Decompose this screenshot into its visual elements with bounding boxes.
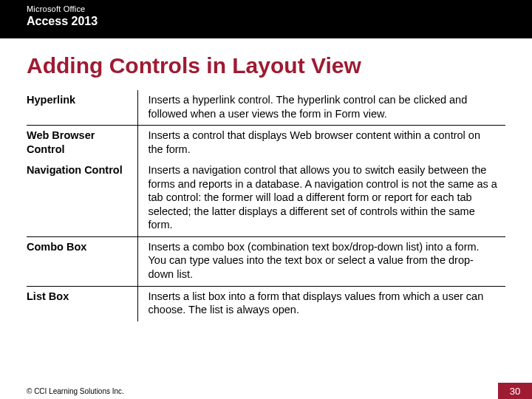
term-cell: Navigation Control — [27, 160, 137, 236]
desc-cell: Inserts a combo box (combination text bo… — [137, 236, 505, 286]
term-cell: Combo Box — [27, 236, 137, 286]
table-row: Navigation Control Inserts a navigation … — [27, 160, 505, 236]
table-row: List Box Inserts a list box into a form … — [27, 286, 505, 321]
table-row: Web Browser Control Inserts a control th… — [27, 126, 505, 161]
table-row: Combo Box Inserts a combo box (combinati… — [27, 236, 505, 286]
term-cell: Web Browser Control — [27, 126, 137, 161]
term-cell: List Box — [27, 286, 137, 321]
brand-bottom: Access 2013 — [27, 15, 532, 28]
term-cell: Hyperlink — [27, 90, 137, 126]
desc-cell: Inserts a hyperlink control. The hyperli… — [137, 90, 505, 126]
footer-copyright: © CCI Learning Solutions Inc. — [0, 387, 498, 395]
header-band: Microsoft Office Access 2013 — [0, 0, 532, 38]
content: Adding Controls in Layout View Hyperlink… — [0, 38, 532, 321]
footer: © CCI Learning Solutions Inc. 30 — [0, 383, 532, 399]
controls-table: Hyperlink Inserts a hyperlink control. T… — [27, 90, 505, 321]
page-number: 30 — [498, 383, 532, 399]
page-title: Adding Controls in Layout View — [27, 53, 505, 78]
brand-top: Microsoft Office — [27, 4, 532, 13]
desc-cell: Inserts a list box into a form that disp… — [137, 286, 505, 321]
desc-cell: Inserts a navigation control that allows… — [137, 160, 505, 236]
table-row: Hyperlink Inserts a hyperlink control. T… — [27, 90, 505, 126]
desc-cell: Inserts a control that displays Web brow… — [137, 126, 505, 161]
